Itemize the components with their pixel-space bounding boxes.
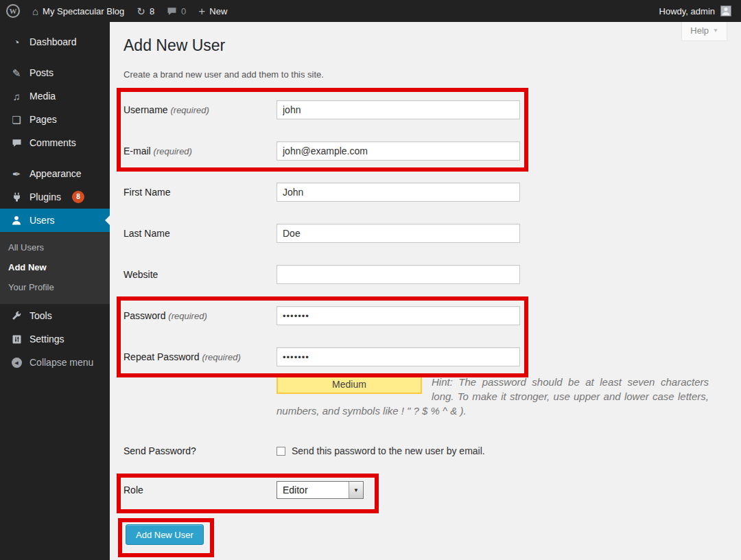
password-strength-meter: Medium [277,375,422,394]
repeat-password-field[interactable] [277,347,520,366]
plugins-update-badge: 8 [72,191,84,203]
admin-bar: W ⌂ My Spectacular Blog ↻ 8 0 + New Howd… [0,0,741,22]
page-subtitle: Create a brand new user and add them to … [124,69,727,80]
username-row: Username (required) [124,100,727,119]
sidebar-item-label: Appearance [30,168,82,179]
send-password-label: Send Password? [124,445,277,457]
username-field[interactable] [277,100,520,119]
role-selected-value: Editor [277,485,349,495]
new-label: New [209,6,227,16]
site-name-label: My Spectacular Blog [43,6,124,16]
role-row: Role Editor ▼ [124,481,727,499]
paintbrush-icon: ✒ [10,169,23,179]
repeat-password-label: Repeat Password (required) [124,347,277,366]
pages-icon: ❏ [10,115,23,125]
comments-link[interactable]: 0 [161,0,192,22]
sidebar-separator [0,154,110,162]
email-label: E-mail (required) [124,141,277,161]
sidebar-item-label: Dashboard [30,36,77,47]
required-note: (required) [154,146,192,156]
role-label: Role [124,481,277,499]
dashboard-icon: ◔ [10,37,23,47]
first-name-label: First Name [124,183,277,202]
sidebar-separator [0,54,110,61]
password-strength-row: Medium Hint: The password should be at l… [124,375,727,419]
sidebar-item-users[interactable]: Users [0,209,110,232]
email-field[interactable] [277,141,520,161]
sidebar-item-label: Tools [30,310,52,321]
password-label: Password (required) [124,306,277,325]
howdy-admin-link[interactable]: Howdy, admin [659,6,715,16]
role-select[interactable]: Editor ▼ [277,481,364,499]
users-submenu: All Users Add New Your Profile [0,232,110,304]
plus-icon: + [198,5,205,17]
updates-icon: ↻ [137,6,145,16]
send-password-checkbox[interactable] [277,447,285,456]
help-button[interactable]: Help ▼ [681,22,727,41]
sidebar-item-comments[interactable]: Comments [0,131,110,154]
required-note: (required) [202,352,240,362]
pushpin-icon: ✎ [10,68,23,78]
admin-sidebar: ◔ Dashboard ✎ Posts ♫ Media ❏ Pages Comm… [0,22,110,560]
page-title: Add New User [124,36,727,56]
sidebar-item-tools[interactable]: Tools [0,304,110,327]
add-user-form: Username (required) E-mail (required) Fi… [124,100,727,545]
sidebar-item-collapse-menu[interactable]: ◀ Collapse menu [0,351,110,374]
sidebar-item-label: Users [30,215,55,226]
media-icon: ♫ [10,91,23,102]
sidebar-item-settings[interactable]: Settings [0,327,110,351]
main-content: Help ▼ Add New User Create a brand new u… [110,22,741,560]
sidebar-item-dashboard[interactable]: ◔ Dashboard [0,30,110,54]
comments-bubble-icon [167,6,177,16]
sidebar-item-label: Collapse menu [30,357,93,368]
submenu-item-all-users[interactable]: All Users [0,237,110,257]
submenu-item-add-new[interactable]: Add New [0,257,110,277]
website-row: Website [124,265,727,284]
collapse-icon: ◀ [10,358,23,368]
username-label: Username (required) [124,100,277,119]
repeat-password-row: Repeat Password (required) [124,347,727,366]
sidebar-item-pages[interactable]: ❏ Pages [0,108,110,131]
sidebar-item-label: Pages [30,114,57,125]
user-icon [10,215,23,226]
updates-count: 8 [150,6,154,16]
avatar[interactable] [720,5,731,16]
comments-count: 0 [181,6,186,16]
new-content-menu[interactable]: + New [192,0,233,22]
add-new-user-button[interactable]: Add New User [126,524,204,545]
wrench-icon [10,310,23,321]
email-row: E-mail (required) [124,141,727,161]
comment-bubble-icon [10,138,23,148]
sliders-icon [10,334,23,345]
updates-link[interactable]: ↻ 8 [130,0,161,22]
strength-field: Medium Hint: The password should be at l… [277,375,709,419]
required-note: (required) [168,311,207,321]
website-field[interactable] [277,265,520,284]
sidebar-item-appearance[interactable]: ✒ Appearance [0,162,110,185]
wordpress-logo-menu[interactable]: W [0,0,26,22]
submenu-item-your-profile[interactable]: Your Profile [0,277,110,297]
first-name-field[interactable] [277,183,520,202]
wordpress-admin-add-new-user: { "admin_bar": { "site_name": "My Specta… [0,0,741,560]
site-name-link[interactable]: ⌂ My Spectacular Blog [26,0,130,22]
help-label: Help [690,25,709,36]
sidebar-item-label: Posts [30,67,54,78]
plug-icon [10,192,23,202]
last-name-label: Last Name [124,224,277,243]
sidebar-item-label: Comments [30,137,76,148]
sidebar-item-posts[interactable]: ✎ Posts [0,61,110,84]
password-row: Password (required) [124,306,727,325]
sidebar-item-label: Plugins [30,191,61,202]
wordpress-logo-icon: W [6,4,20,18]
sidebar-item-media[interactable]: ♫ Media [0,84,110,108]
send-password-row: Send Password? Send this password to the… [124,445,727,457]
last-name-field[interactable] [277,224,520,243]
password-field[interactable] [277,306,520,325]
send-password-checkbox-label: Send this password to the new user by em… [292,445,485,456]
send-password-field: Send this password to the new user by em… [277,445,485,457]
home-icon: ⌂ [32,6,38,16]
sidebar-item-plugins[interactable]: Plugins 8 [0,185,110,209]
last-name-row: Last Name [124,224,727,243]
strength-spacer [124,375,277,419]
dropdown-arrow-icon: ▼ [349,482,363,498]
